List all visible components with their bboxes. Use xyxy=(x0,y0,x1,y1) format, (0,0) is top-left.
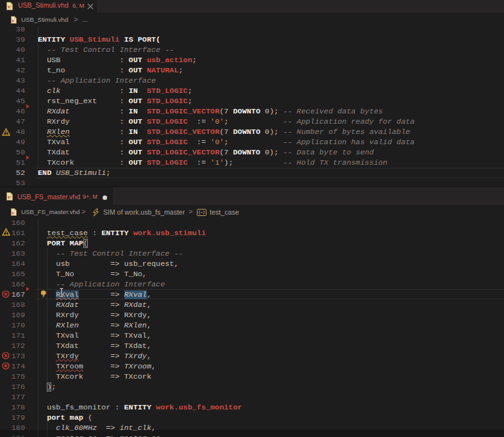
svg-text:v: v xyxy=(7,3,10,10)
svg-text:v: v xyxy=(7,194,10,200)
